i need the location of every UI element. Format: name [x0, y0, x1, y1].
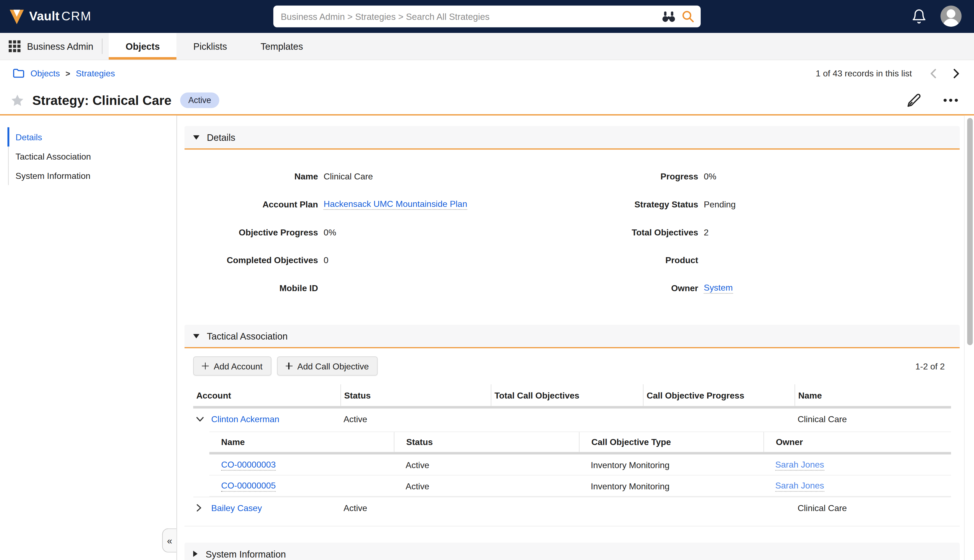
field-product: Product — [572, 246, 960, 274]
account-plan-link[interactable]: Hackensack UMC Mountainside Plan — [324, 198, 467, 210]
scrollbar-thumb[interactable] — [967, 118, 973, 345]
call-objectives-table: Name Status Call Objective Type Owner CO… — [209, 432, 951, 497]
call-objectives-header: Name Status Call Objective Type Owner — [209, 432, 951, 452]
system-information-section-title: System Information — [205, 548, 286, 559]
details-right-column: Progress 0% Strategy Status Pending Tota… — [572, 162, 960, 302]
account-strategy-name: Clinical Care — [795, 414, 951, 424]
accounts-table-header: Account Status Total Call Objectives Cal… — [193, 384, 951, 406]
search-input[interactable] — [280, 11, 661, 22]
account-link[interactable]: Clinton Ackerman — [211, 414, 279, 424]
system-information-section-header[interactable]: System Information — [184, 543, 960, 560]
field-strategy-status: Strategy Status Pending — [572, 190, 960, 218]
sidebar-item-details[interactable]: Details — [8, 127, 177, 147]
top-bar: Vault CRM — [0, 0, 974, 33]
app-grid-icon — [9, 40, 20, 52]
table-row: CO-00000003 Active Inventory Monitoring … — [209, 455, 951, 475]
breadcrumb-link-objects[interactable]: Objects — [30, 68, 60, 78]
next-record-icon[interactable] — [952, 68, 961, 78]
logo-text-crm: CRM — [62, 9, 92, 23]
favorite-star-icon[interactable] — [10, 93, 25, 108]
avatar-head — [947, 9, 956, 18]
column-header-status: Status — [341, 384, 491, 406]
accounts-table: Account Status Total Call Objectives Cal… — [193, 384, 951, 518]
column-header-account: Account — [193, 384, 340, 406]
table-row: CO-00000005 Active Inventory Monitoring … — [209, 475, 951, 496]
owner-link[interactable]: Sarah Jones — [775, 480, 824, 492]
call-objective-link[interactable]: CO-00000003 — [221, 459, 276, 470]
more-actions-icon[interactable] — [942, 96, 959, 104]
call-objective-link[interactable]: CO-00000005 — [221, 480, 276, 492]
vault-crm-logo[interactable]: Vault CRM — [9, 0, 92, 33]
collapse-sidebar-button[interactable]: « — [162, 528, 177, 553]
previous-record-icon[interactable] — [929, 68, 937, 78]
system-information-panel: System Information — [184, 543, 960, 560]
chevron-down-icon[interactable] — [196, 416, 211, 422]
collapse-triangle-icon — [193, 334, 199, 338]
call-objective-status: Active — [394, 460, 579, 470]
app-name: Business Admin — [27, 41, 93, 52]
expand-triangle-icon — [193, 551, 197, 557]
plus-icon — [202, 363, 209, 370]
vault-logo-icon — [9, 8, 25, 25]
add-call-objective-button[interactable]: Add Call Objective — [277, 357, 378, 376]
chevron-right-icon[interactable] — [196, 504, 211, 511]
column-header-name: Name — [795, 384, 951, 406]
tactical-association-section-title: Tactical Association — [207, 330, 288, 341]
details-section-header[interactable]: Details — [184, 126, 960, 150]
field-total-objectives-value: 2 — [704, 227, 709, 237]
details-panel: Details Name Clinical Care Account Plan … — [184, 126, 960, 318]
sidebar-item-system-information[interactable]: System Information — [8, 166, 177, 185]
table-row: Bailey Casey Active Clinical Care — [193, 497, 951, 518]
field-completed-objectives-value: 0 — [324, 255, 329, 265]
sidebar-divider — [177, 115, 177, 560]
tactical-association-panel: Tactical Association Add Account Add Cal… — [184, 325, 960, 526]
nested-column-header-name: Name — [209, 432, 394, 452]
nested-column-header-call-objective-type: Call Objective Type — [579, 432, 763, 452]
field-owner: Owner System — [572, 274, 960, 302]
record-title-row: Strategy: Clinical Care Active — [0, 86, 974, 114]
app-launcher[interactable]: Business Admin — [0, 33, 101, 60]
app-navbar: Business Admin Objects Picklists Templat… — [0, 33, 974, 60]
tab-picklists[interactable]: Picklists — [177, 33, 244, 60]
details-section-title: Details — [207, 132, 236, 142]
account-link[interactable]: Bailey Casey — [211, 503, 262, 513]
notifications-bell-icon[interactable] — [911, 9, 927, 24]
avatar-shoulders — [943, 19, 959, 27]
binoculars-icon[interactable] — [661, 10, 677, 23]
owner-link[interactable]: Sarah Jones — [775, 459, 824, 470]
status-badge: Active — [180, 92, 219, 108]
nav-divider — [102, 38, 102, 54]
table-header-bar — [193, 406, 951, 408]
section-sidebar: Details Tactical Association System Info… — [0, 115, 177, 560]
tactical-association-section-header[interactable]: Tactical Association — [184, 325, 960, 348]
sidebar-item-tactical-association[interactable]: Tactical Association — [8, 147, 177, 166]
search-icon[interactable] — [681, 10, 694, 23]
field-completed-objectives: Completed Objectives 0 — [184, 246, 572, 274]
vault-crm-app: Vault CRM — [0, 0, 974, 560]
table-row: Clinton Ackerman Active Clinical Care — [193, 408, 951, 430]
user-avatar[interactable] — [941, 6, 962, 27]
collapse-triangle-icon — [193, 135, 199, 140]
field-name-value: Clinical Care — [324, 171, 373, 181]
add-account-button[interactable]: Add Account — [193, 357, 271, 376]
column-header-total-call-objectives: Total Call Objectives — [491, 384, 643, 406]
owner-link[interactable]: System — [704, 282, 733, 293]
tab-templates[interactable]: Templates — [244, 33, 319, 60]
breadcrumb-link-strategies[interactable]: Strategies — [76, 68, 115, 78]
logo-text-vault: Vault — [29, 9, 59, 23]
folder-icon — [13, 68, 25, 79]
account-status: Active — [341, 414, 491, 424]
tactical-toolbar: Add Account Add Call Objective 1-2 of 2 — [184, 357, 960, 376]
edit-pencil-icon[interactable] — [907, 93, 921, 108]
call-objective-type: Inventory Monitoring — [579, 460, 763, 470]
tab-objects[interactable]: Objects — [109, 33, 177, 60]
record-count: 1 of 43 records in this list — [816, 68, 912, 78]
field-objective-progress-value: 0% — [324, 227, 336, 237]
page-title: Strategy: Clinical Care — [32, 93, 172, 108]
breadcrumb-separator: > — [65, 68, 70, 78]
field-total-objectives: Total Objectives 2 — [572, 218, 960, 246]
call-objective-status: Active — [394, 481, 579, 491]
nested-column-header-status: Status — [394, 432, 579, 452]
details-left-column: Name Clinical Care Account Plan Hackensa… — [184, 162, 572, 302]
nested-column-header-owner: Owner — [763, 432, 951, 452]
